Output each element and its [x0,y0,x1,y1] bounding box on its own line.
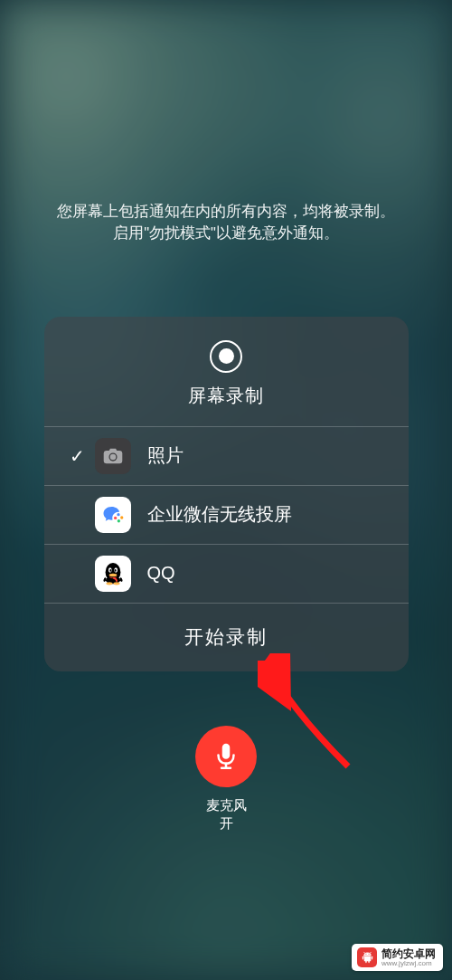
svg-rect-24 [365,960,366,963]
svg-point-13 [108,574,117,577]
microphone-label: 麦克风 开 [206,796,247,833]
notice-text: 您屏幕上包括通知在内的所有内容，均将被录制。 启用"勿扰模式"以避免意外通知。 [39,201,413,244]
watermark: 简约安卓网 www.jylzwj.com [352,944,443,971]
camera-icon [95,438,131,474]
svg-point-2 [109,454,116,461]
mic-label-line-1: 麦克风 [206,796,247,814]
svg-rect-21 [363,956,371,961]
notice-line-1: 您屏幕上包括通知在内的所有内容，均将被录制。 [57,201,395,223]
panel-header: 屏幕录制 [44,317,409,426]
android-icon [357,947,377,967]
watermark-name: 简约安卓网 [381,948,436,959]
svg-point-11 [109,569,111,572]
svg-rect-22 [362,956,363,959]
svg-rect-25 [368,960,369,963]
option-wechat-work[interactable]: 企业微信无线投屏 [44,485,409,544]
option-label: 照片 [147,443,184,468]
wechat-work-icon [95,497,131,533]
record-icon [210,340,242,373]
screen-recording-panel: 屏幕录制 ✓ 照片 [44,317,409,671]
svg-point-15 [113,582,119,585]
watermark-url: www.jylzwj.com [381,960,436,967]
svg-point-12 [114,569,116,572]
microphone-section: 麦克风 开 [195,726,257,833]
option-label: QQ [147,563,175,584]
svg-point-14 [106,582,112,585]
svg-point-3 [117,513,119,516]
qq-icon [95,556,131,592]
notice-line-2: 启用"勿扰模式"以避免意外通知。 [57,223,395,244]
microphone-toggle[interactable] [195,726,257,787]
svg-point-20 [368,954,369,955]
svg-rect-23 [371,956,372,959]
destination-list: ✓ 照片 企业微信无线投屏 [44,426,409,603]
svg-point-4 [120,516,123,519]
svg-rect-16 [222,744,231,759]
microphone-icon [211,741,241,772]
start-recording-button[interactable]: 开始录制 [44,603,409,671]
svg-point-19 [365,954,366,955]
panel-title: 屏幕录制 [188,384,264,408]
mic-label-line-2: 开 [206,814,247,833]
svg-point-5 [117,519,119,522]
option-photos[interactable]: ✓ 照片 [44,426,409,485]
option-qq[interactable]: QQ [44,544,409,603]
option-label: 企业微信无线投屏 [147,502,292,527]
svg-point-6 [113,517,116,519]
checkmark-icon: ✓ [61,445,95,467]
